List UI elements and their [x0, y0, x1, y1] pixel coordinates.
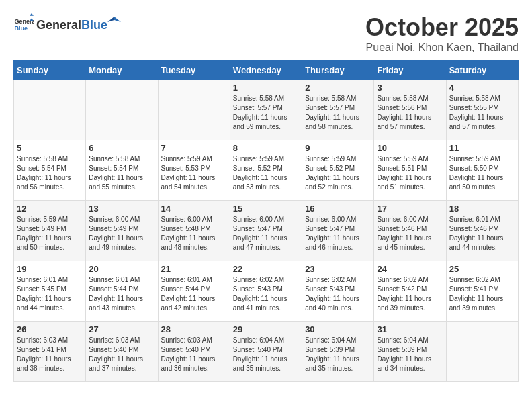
- day-number: 17: [377, 203, 443, 214]
- day-info: Sunrise: 6:01 AMSunset: 5:44 PMDaylight:…: [89, 275, 154, 313]
- day-info: Sunrise: 5:58 AMSunset: 5:57 PMDaylight:…: [305, 94, 371, 132]
- calendar-cell: 28Sunrise: 6:03 AMSunset: 5:40 PMDayligh…: [158, 322, 230, 382]
- calendar-cell: 9Sunrise: 5:59 AMSunset: 5:52 PMDaylight…: [302, 140, 374, 201]
- day-info: Sunrise: 6:00 AMSunset: 5:46 PMDaylight:…: [377, 215, 443, 253]
- calendar-cell: 29Sunrise: 6:04 AMSunset: 5:40 PMDayligh…: [230, 322, 302, 382]
- calendar-cell: 13Sunrise: 6:00 AMSunset: 5:49 PMDayligh…: [86, 201, 158, 261]
- calendar-cell: 7Sunrise: 5:59 AMSunset: 5:53 PMDaylight…: [158, 140, 230, 201]
- day-info: Sunrise: 6:01 AMSunset: 5:46 PMDaylight:…: [449, 215, 515, 253]
- day-number: 3: [377, 83, 443, 93]
- weekday-header-monday: Monday: [86, 61, 158, 80]
- svg-text:Blue: Blue: [15, 25, 28, 32]
- day-number: 30: [305, 324, 371, 334]
- day-info: Sunrise: 5:59 AMSunset: 5:50 PMDaylight:…: [449, 154, 515, 192]
- calendar-week-row: 1Sunrise: 5:58 AMSunset: 5:57 PMDaylight…: [14, 80, 519, 140]
- day-info: Sunrise: 6:02 AMSunset: 5:42 PMDaylight:…: [377, 275, 443, 313]
- calendar-cell: 22Sunrise: 6:02 AMSunset: 5:43 PMDayligh…: [230, 261, 302, 322]
- day-number: 12: [17, 203, 83, 214]
- calendar-cell: 27Sunrise: 6:03 AMSunset: 5:40 PMDayligh…: [86, 322, 158, 382]
- day-number: 28: [161, 324, 227, 334]
- calendar-cell: [86, 80, 158, 140]
- day-info: Sunrise: 6:02 AMSunset: 5:41 PMDaylight:…: [449, 275, 515, 313]
- calendar-week-row: 12Sunrise: 5:59 AMSunset: 5:49 PMDayligh…: [14, 201, 519, 261]
- day-info: Sunrise: 6:00 AMSunset: 5:48 PMDaylight:…: [161, 215, 227, 253]
- day-number: 16: [305, 203, 371, 214]
- weekday-header-row: SundayMondayTuesdayWednesdayThursdayFrid…: [14, 61, 519, 80]
- calendar-cell: 23Sunrise: 6:02 AMSunset: 5:43 PMDayligh…: [302, 261, 374, 322]
- logo-icon: General Blue: [13, 13, 34, 34]
- calendar-cell: 14Sunrise: 6:00 AMSunset: 5:48 PMDayligh…: [158, 201, 230, 261]
- day-info: Sunrise: 5:58 AMSunset: 5:54 PMDaylight:…: [89, 154, 154, 192]
- calendar-cell: 26Sunrise: 6:03 AMSunset: 5:41 PMDayligh…: [14, 322, 86, 382]
- calendar-cell: [158, 80, 230, 140]
- day-number: 4: [449, 83, 515, 93]
- svg-marker-5: [114, 17, 121, 22]
- calendar-cell: 3Sunrise: 5:58 AMSunset: 5:56 PMDaylight…: [374, 80, 446, 140]
- day-number: 5: [17, 143, 83, 153]
- calendar-cell: 8Sunrise: 5:59 AMSunset: 5:52 PMDaylight…: [230, 140, 302, 201]
- day-info: Sunrise: 6:02 AMSunset: 5:43 PMDaylight:…: [305, 275, 371, 313]
- day-number: 14: [161, 203, 227, 214]
- day-info: Sunrise: 6:03 AMSunset: 5:40 PMDaylight:…: [89, 336, 154, 373]
- day-number: 11: [449, 143, 515, 153]
- logo-general-text: General: [36, 18, 81, 32]
- day-info: Sunrise: 5:59 AMSunset: 5:52 PMDaylight:…: [305, 154, 371, 192]
- calendar-cell: 1Sunrise: 5:58 AMSunset: 5:57 PMDaylight…: [230, 80, 302, 140]
- calendar-cell: 16Sunrise: 6:00 AMSunset: 5:47 PMDayligh…: [302, 201, 374, 261]
- day-info: Sunrise: 5:59 AMSunset: 5:51 PMDaylight:…: [377, 154, 443, 192]
- calendar-cell: 31Sunrise: 6:04 AMSunset: 5:39 PMDayligh…: [374, 322, 446, 382]
- weekday-header-thursday: Thursday: [302, 61, 374, 80]
- day-info: Sunrise: 6:03 AMSunset: 5:41 PMDaylight:…: [17, 336, 83, 373]
- day-info: Sunrise: 5:59 AMSunset: 5:53 PMDaylight:…: [161, 154, 227, 192]
- calendar-cell: 4Sunrise: 5:58 AMSunset: 5:55 PMDaylight…: [446, 80, 518, 140]
- day-info: Sunrise: 6:04 AMSunset: 5:40 PMDaylight:…: [233, 336, 299, 373]
- svg-marker-6: [107, 17, 114, 22]
- day-number: 23: [305, 264, 371, 274]
- day-number: 10: [377, 143, 443, 153]
- day-info: Sunrise: 5:59 AMSunset: 5:52 PMDaylight:…: [233, 154, 299, 192]
- day-number: 19: [17, 264, 83, 274]
- day-info: Sunrise: 6:00 AMSunset: 5:47 PMDaylight:…: [233, 215, 299, 253]
- day-number: 9: [305, 143, 371, 153]
- weekday-header-saturday: Saturday: [446, 61, 518, 80]
- day-number: 21: [161, 264, 227, 274]
- month-title: October 2025: [365, 13, 519, 42]
- day-info: Sunrise: 5:58 AMSunset: 5:55 PMDaylight:…: [449, 94, 515, 132]
- calendar-cell: 5Sunrise: 5:58 AMSunset: 5:54 PMDaylight…: [14, 140, 86, 201]
- day-number: 2: [305, 83, 371, 93]
- day-number: 27: [89, 324, 154, 334]
- calendar-cell: 11Sunrise: 5:59 AMSunset: 5:50 PMDayligh…: [446, 140, 518, 201]
- weekday-header-tuesday: Tuesday: [158, 61, 230, 80]
- calendar-cell: 17Sunrise: 6:00 AMSunset: 5:46 PMDayligh…: [374, 201, 446, 261]
- calendar-cell: 30Sunrise: 6:04 AMSunset: 5:39 PMDayligh…: [302, 322, 374, 382]
- title-block: October 2025 Pueai Noi, Khon Kaen, Thail…: [365, 13, 519, 54]
- day-number: 8: [233, 143, 299, 153]
- calendar-week-row: 19Sunrise: 6:01 AMSunset: 5:45 PMDayligh…: [14, 261, 519, 322]
- calendar-cell: 2Sunrise: 5:58 AMSunset: 5:57 PMDaylight…: [302, 80, 374, 140]
- day-info: Sunrise: 6:04 AMSunset: 5:39 PMDaylight:…: [377, 336, 443, 373]
- calendar-cell: 6Sunrise: 5:58 AMSunset: 5:54 PMDaylight…: [86, 140, 158, 201]
- day-info: Sunrise: 6:04 AMSunset: 5:39 PMDaylight:…: [305, 336, 371, 373]
- calendar-cell: 10Sunrise: 5:59 AMSunset: 5:51 PMDayligh…: [374, 140, 446, 201]
- day-number: 29: [233, 324, 299, 334]
- day-info: Sunrise: 5:58 AMSunset: 5:54 PMDaylight:…: [17, 154, 83, 192]
- day-number: 7: [161, 143, 227, 153]
- day-info: Sunrise: 6:01 AMSunset: 5:44 PMDaylight:…: [161, 275, 227, 313]
- weekday-header-sunday: Sunday: [14, 61, 86, 80]
- calendar-cell: 21Sunrise: 6:01 AMSunset: 5:44 PMDayligh…: [158, 261, 230, 322]
- logo: General Blue General Blue: [13, 13, 121, 34]
- weekday-header-friday: Friday: [374, 61, 446, 80]
- day-number: 1: [233, 83, 299, 93]
- day-number: 25: [449, 264, 515, 274]
- svg-text:General: General: [15, 18, 34, 25]
- calendar-table: SundayMondayTuesdayWednesdayThursdayFrid…: [13, 60, 519, 382]
- day-number: 20: [89, 264, 154, 274]
- calendar-cell: 18Sunrise: 6:01 AMSunset: 5:46 PMDayligh…: [446, 201, 518, 261]
- day-number: 24: [377, 264, 443, 274]
- day-number: 26: [17, 324, 83, 334]
- calendar-cell: 12Sunrise: 5:59 AMSunset: 5:49 PMDayligh…: [14, 201, 86, 261]
- logo-blue-text: Blue: [81, 18, 107, 32]
- calendar-cell: [446, 322, 518, 382]
- day-number: 22: [233, 264, 299, 274]
- calendar-cell: 25Sunrise: 6:02 AMSunset: 5:41 PMDayligh…: [446, 261, 518, 322]
